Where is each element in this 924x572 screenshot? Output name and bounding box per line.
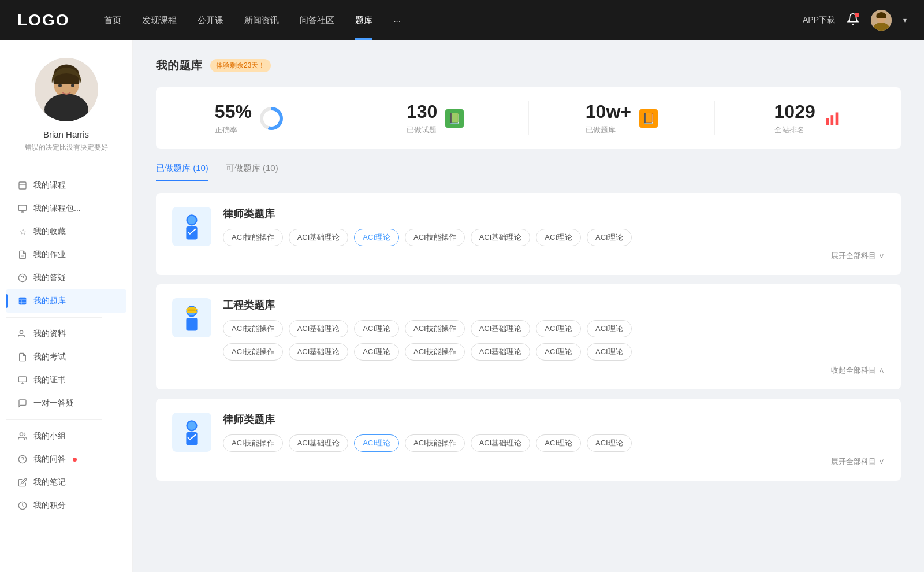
sidebar-label-questions: 我的答疑 bbox=[33, 273, 66, 283]
sidebar-item-tiku[interactable]: 我的题库 bbox=[6, 289, 126, 313]
sidebar: Brian Harris 错误的决定比没有决定要好 我的课程 我的课程包... … bbox=[0, 40, 133, 572]
tag-eng-2-2[interactable]: ACI基础理论 bbox=[289, 343, 349, 361]
expand-btn-lawyer-2[interactable]: 展开全部科目 ∨ bbox=[223, 456, 885, 467]
package-icon bbox=[17, 203, 28, 214]
nav-link-discover[interactable]: 发现课程 bbox=[142, 15, 177, 26]
sidebar-label-notes: 我的笔记 bbox=[33, 477, 66, 488]
tab-done[interactable]: 已做题库 (10) bbox=[156, 163, 208, 181]
sidebar-item-favorites[interactable]: ☆ 我的收藏 bbox=[6, 220, 126, 243]
tag-eng-1-7[interactable]: ACI理论 bbox=[587, 320, 632, 337]
sidebar-item-my-qa[interactable]: 我的问答 bbox=[6, 448, 126, 471]
svg-point-7 bbox=[71, 84, 74, 87]
sidebar-item-homework[interactable]: 我的作业 bbox=[6, 243, 126, 266]
nav-link-qa[interactable]: 问答社区 bbox=[300, 15, 334, 26]
tag-eng-2-3[interactable]: ACI理论 bbox=[354, 343, 399, 361]
svg-rect-8 bbox=[19, 182, 26, 189]
bank-name-lawyer-1: 律师类题库 bbox=[223, 207, 885, 221]
tag-lawyer-2-6[interactable]: ACI理论 bbox=[536, 434, 581, 452]
svg-rect-22 bbox=[18, 377, 26, 382]
accuracy-pie-chart bbox=[260, 107, 283, 130]
tag-lawyer-2-2[interactable]: ACI基础理论 bbox=[289, 434, 349, 452]
page-title: 我的题库 bbox=[156, 58, 202, 73]
nav-link-news[interactable]: 新闻资讯 bbox=[244, 15, 279, 26]
tag-lawyer-1-5[interactable]: ACI基础理论 bbox=[471, 229, 531, 246]
tag-eng-2-1[interactable]: ACI技能操作 bbox=[223, 343, 283, 361]
trial-badge: 体验剩余23天！ bbox=[210, 59, 271, 72]
tag-eng-1-6[interactable]: ACI理论 bbox=[536, 320, 581, 337]
tag-lawyer-1-1[interactable]: ACI技能操作 bbox=[223, 229, 283, 246]
stat-ranking-label: 全站排名 bbox=[774, 125, 815, 135]
stat-accuracy-value: 55% bbox=[215, 101, 252, 122]
sidebar-divider-1 bbox=[13, 169, 119, 169]
tag-lawyer-1-4[interactable]: ACI技能操作 bbox=[405, 229, 465, 246]
sidebar-label-group: 我的小组 bbox=[33, 431, 66, 441]
tag-lawyer-2-4[interactable]: ACI技能操作 bbox=[405, 434, 465, 452]
lawyer-icon-1 bbox=[172, 207, 211, 246]
tag-eng-1-5[interactable]: ACI基础理论 bbox=[471, 320, 531, 337]
expand-btn-lawyer-1[interactable]: 展开全部科目 ∨ bbox=[223, 251, 885, 261]
tag-lawyer-2-3[interactable]: ACI理论 bbox=[354, 434, 399, 452]
tab-available[interactable]: 可做题库 (10) bbox=[226, 163, 278, 181]
nav-link-more[interactable]: ··· bbox=[393, 16, 401, 25]
tag-eng-1-2[interactable]: ACI基础理论 bbox=[289, 320, 349, 337]
sidebar-item-exam[interactable]: 我的考试 bbox=[6, 346, 126, 369]
sidebar-item-my-course[interactable]: 我的课程 bbox=[6, 174, 126, 197]
sidebar-item-cert[interactable]: 我的证书 bbox=[6, 369, 126, 392]
app-download-button[interactable]: APP下载 bbox=[803, 15, 835, 25]
tag-lawyer-1-3[interactable]: ACI理论 bbox=[354, 229, 399, 246]
bank-name-engineer: 工程类题库 bbox=[223, 298, 885, 312]
tag-eng-1-3[interactable]: ACI理论 bbox=[354, 320, 399, 337]
tag-lawyer-1-6[interactable]: ACI理论 bbox=[536, 229, 581, 246]
bank-body-engineer: 工程类题库 ACI技能操作 ACI基础理论 ACI理论 ACI技能操作 ACI基… bbox=[223, 298, 885, 376]
sidebar-item-course-package[interactable]: 我的课程包... bbox=[6, 197, 126, 220]
sidebar-item-notes[interactable]: 我的笔记 bbox=[6, 471, 126, 494]
points-icon bbox=[17, 500, 28, 511]
svg-point-25 bbox=[20, 433, 23, 436]
sidebar-item-one-on-one[interactable]: 一对一答疑 bbox=[6, 392, 126, 415]
sidebar-item-points[interactable]: 我的积分 bbox=[6, 494, 126, 517]
sidebar-divider-3 bbox=[6, 419, 102, 420]
stat-accuracy-text: 55% 正确率 bbox=[215, 101, 252, 135]
nav-links: 首页 发现课程 公开课 新闻资讯 问答社区 题库 ··· bbox=[104, 15, 803, 26]
collapse-btn-engineer[interactable]: 收起全部科目 ∧ bbox=[223, 365, 885, 376]
bank-card-lawyer-1: 律师类题库 ACI技能操作 ACI基础理论 ACI理论 ACI技能操作 ACI基… bbox=[156, 193, 901, 275]
tag-eng-2-7[interactable]: ACI理论 bbox=[587, 343, 632, 361]
nav-link-open[interactable]: 公开课 bbox=[198, 15, 223, 26]
sidebar-item-profile[interactable]: 我的资料 bbox=[6, 322, 126, 346]
group-icon bbox=[17, 431, 28, 441]
sidebar-label-one-on-one: 一对一答疑 bbox=[33, 398, 74, 408]
tag-eng-2-5[interactable]: ACI基础理论 bbox=[471, 343, 531, 361]
sidebar-label-cert: 我的证书 bbox=[33, 375, 66, 385]
user-avatar[interactable] bbox=[871, 10, 892, 31]
nav-link-home[interactable]: 首页 bbox=[104, 15, 121, 26]
tag-lawyer-2-1[interactable]: ACI技能操作 bbox=[223, 434, 283, 452]
sidebar-item-questions[interactable]: 我的答疑 bbox=[6, 266, 126, 289]
stat-done-banks-label: 已做题库 bbox=[586, 125, 631, 135]
tag-lawyer-1-7[interactable]: ACI理论 bbox=[587, 229, 632, 246]
tag-eng-2-6[interactable]: ACI理论 bbox=[536, 343, 581, 361]
sidebar-label-points: 我的积分 bbox=[33, 500, 66, 511]
book-green-icon: 📗 bbox=[445, 109, 464, 128]
stat-done-questions-value: 130 bbox=[407, 101, 437, 122]
tag-lawyer-2-5[interactable]: ACI基础理论 bbox=[471, 434, 531, 452]
sidebar-avatar bbox=[35, 58, 98, 121]
nav-right: APP下载 ▾ bbox=[803, 10, 907, 31]
stats-row: 55% 正确率 130 已做试题 📗 10w+ 已做题库 bbox=[156, 87, 901, 149]
tag-eng-1-1[interactable]: ACI技能操作 bbox=[223, 320, 283, 337]
nav-link-tiku[interactable]: 题库 bbox=[355, 15, 372, 26]
notification-bell[interactable] bbox=[847, 13, 859, 28]
tag-eng-2-4[interactable]: ACI技能操作 bbox=[405, 343, 465, 361]
sidebar-item-group[interactable]: 我的小组 bbox=[6, 425, 126, 448]
stat-done-questions-text: 130 已做试题 bbox=[407, 101, 437, 135]
svg-rect-31 bbox=[835, 112, 838, 125]
user-menu-chevron[interactable]: ▾ bbox=[903, 16, 907, 24]
svg-rect-29 bbox=[826, 118, 829, 125]
tag-lawyer-1-2[interactable]: ACI基础理论 bbox=[289, 229, 349, 246]
stat-ranking-value: 1029 bbox=[774, 101, 815, 122]
tag-eng-1-4[interactable]: ACI技能操作 bbox=[405, 320, 465, 337]
tag-lawyer-2-7[interactable]: ACI理论 bbox=[587, 434, 632, 452]
navbar: LOGO 首页 发现课程 公开课 新闻资讯 问答社区 题库 ··· APP下载 … bbox=[0, 0, 924, 40]
sidebar-label-my-course: 我的课程 bbox=[33, 180, 66, 191]
avatar-image bbox=[871, 10, 892, 31]
sidebar-menu: 我的课程 我的课程包... ☆ 我的收藏 我的作业 bbox=[0, 174, 132, 517]
